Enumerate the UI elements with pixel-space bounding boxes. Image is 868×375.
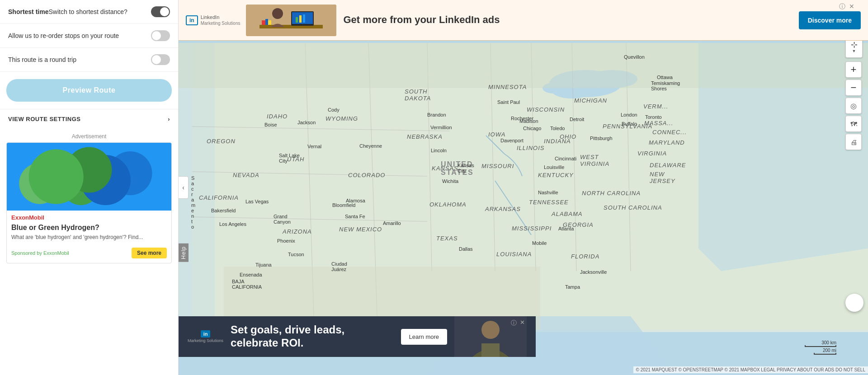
ad-title: Blue or Green Hydrogen? — [7, 224, 171, 234]
info-icon[interactable]: ⓘ — [839, 3, 845, 11]
svg-rect-31 — [481, 343, 500, 357]
preview-route-button[interactable]: Preview Route — [6, 79, 172, 102]
ad-image-visual — [7, 143, 171, 211]
zoom-out-button[interactable]: − — [845, 80, 862, 96]
ad-brand: ExxonMobil — [11, 214, 44, 221]
top-banner-sub: Marketing Solutions — [201, 21, 241, 26]
reorder-stops-row: Allow us to re-order stops on your route — [0, 24, 178, 48]
sponsored-label: Sponsored by ExxonMobil — [11, 250, 69, 256]
svg-rect-26 — [262, 20, 265, 25]
svg-point-30 — [481, 321, 500, 339]
help-tab-label[interactable]: Help — [179, 244, 189, 262]
round-trip-row: This route is a round trip — [0, 48, 178, 72]
learn-more-button[interactable]: Learn more — [401, 329, 447, 345]
bottom-banner-text: Set goals, drive leads, celebrate ROI. — [231, 323, 393, 350]
top-banner-brand: LinkedIn — [201, 14, 241, 20]
scale-bar: 300 km 200 mi — [805, 340, 836, 355]
ad-image — [7, 143, 171, 211]
scale-line-container: 300 km 200 mi — [805, 340, 836, 355]
view-route-settings-label: VIEW ROUTE SETTINGS — [8, 116, 80, 122]
help-tab[interactable]: Help — [179, 244, 189, 262]
print-button[interactable]: 🖨 — [845, 134, 862, 150]
advertisement-section: Advertisement ▷ ExxonMobil Blue or Green… — [0, 129, 178, 268]
scale-km: 300 km — [821, 340, 836, 345]
top-ad-banner: in LinkedIn Marketing Solutions — [179, 0, 868, 41]
layer-button[interactable]: 🗺 — [845, 116, 862, 132]
scale-graphic-km — [805, 345, 836, 347]
see-more-button[interactable]: See more — [132, 248, 167, 258]
round-trip-toggle[interactable] — [151, 54, 170, 65]
svg-rect-23 — [299, 15, 302, 23]
svg-rect-27 — [265, 19, 268, 25]
svg-rect-24 — [303, 14, 305, 23]
zoom-in-button[interactable]: + — [845, 61, 862, 78]
map-area[interactable]: in LinkedIn Marketing Solutions — [179, 0, 868, 375]
discover-more-button[interactable]: Discover more — [799, 11, 861, 29]
map-controls: N ⊹ ▼ + − ◎ 🗺 🖨 — [845, 31, 863, 150]
ad-label: Advertisement — [6, 133, 172, 140]
collapse-sidebar-button[interactable]: ‹ — [179, 176, 189, 199]
ad-desc: What are 'blue hydrogen' and 'green hydr… — [7, 234, 171, 245]
shortest-time-label: Shortest timeSwitch to shortest distance… — [8, 8, 127, 15]
map-attribution: © 2021 MAPQUEST © OPENSTREETMAP © 2021 M… — [633, 366, 868, 373]
ad-card: ▷ ExxonMobil Blue or Green Hydrogen? Wha… — [6, 142, 172, 263]
ad-footer: Sponsored by ExxonMobil See more — [7, 245, 171, 263]
feedback-button[interactable] — [845, 294, 863, 312]
svg-rect-22 — [296, 17, 298, 23]
shortest-time-toggle[interactable] — [151, 6, 170, 17]
linkedin-logo-top: in — [186, 15, 198, 25]
ad-logo-area: ExxonMobil — [7, 211, 171, 224]
linkedin-logo-bottom: in Marketing Solutions — [188, 330, 223, 343]
bottom-banner-solutions: Marketing Solutions — [188, 338, 223, 343]
compass-arrows: ⊹ — [851, 41, 858, 49]
bottom-ad-banner: in Marketing Solutions Set goals, drive … — [179, 316, 536, 357]
view-route-settings-row[interactable]: VIEW ROUTE SETTINGS › — [0, 109, 178, 129]
compass-south-arrow: ▼ — [852, 49, 856, 53]
left-panel: Shortest timeSwitch to shortest distance… — [0, 0, 179, 375]
top-banner-text: Get more from your LinkedIn ads — [344, 14, 799, 27]
svg-point-25 — [272, 8, 283, 19]
scale-graphic-mi — [814, 353, 836, 355]
bottom-close-icon[interactable]: ✕ — [520, 319, 525, 326]
svg-rect-16 — [179, 43, 868, 88]
reorder-stops-toggle[interactable] — [151, 30, 170, 41]
location-button[interactable]: ◎ — [845, 98, 862, 114]
svg-rect-21 — [292, 12, 313, 24]
chevron-right-icon: › — [168, 116, 170, 122]
shortest-time-row: Shortest timeSwitch to shortest distance… — [0, 0, 178, 24]
scale-mi: 200 mi — [823, 348, 836, 353]
top-banner-illustration — [246, 5, 336, 36]
reorder-stops-label: Allow us to re-order stops on your route — [8, 32, 119, 39]
svg-rect-28 — [268, 20, 271, 25]
round-trip-label: This route is a round trip — [8, 56, 76, 63]
bottom-info-icon[interactable]: ⓘ — [511, 319, 517, 327]
close-banner-icon[interactable]: ✕ — [849, 3, 854, 10]
